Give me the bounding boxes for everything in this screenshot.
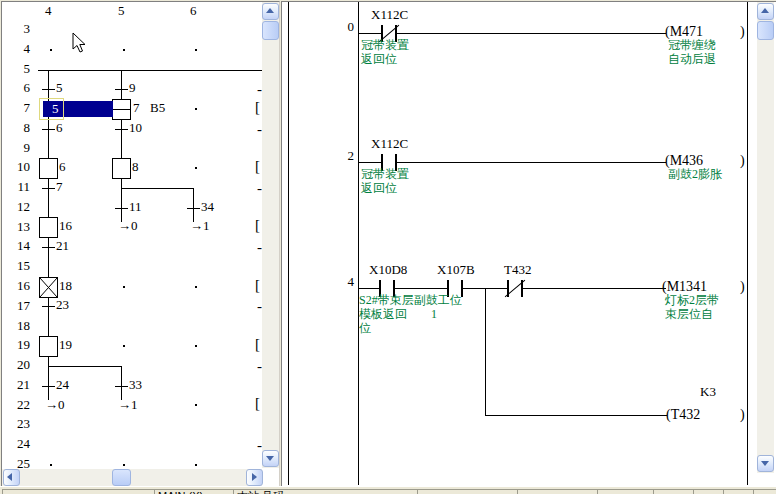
wire xyxy=(358,288,379,289)
sfc-transition-label: 23 xyxy=(56,298,69,312)
sfc-wire xyxy=(121,188,193,189)
coil-m1341[interactable]: (M1341 xyxy=(662,279,707,294)
sfc-transition[interactable] xyxy=(42,386,55,387)
sfc-transition[interactable] xyxy=(115,129,128,130)
wire xyxy=(397,33,666,34)
jump-target: 1 xyxy=(131,397,138,412)
grid-dot xyxy=(195,108,197,110)
sfc-row-number: 7 xyxy=(6,101,30,115)
sfc-transition[interactable] xyxy=(115,208,128,209)
sfc-transition-label: 24 xyxy=(56,378,69,392)
sfc-transition[interactable] xyxy=(42,306,55,307)
grid-dot xyxy=(50,49,52,51)
branch-wire xyxy=(485,415,667,416)
sfc-cell-cursor xyxy=(39,98,64,120)
device-comment: S2#带束层副鼓工位 xyxy=(359,294,462,307)
coil-m471[interactable]: (M471 xyxy=(665,24,703,39)
coil-label: M471 xyxy=(670,24,703,39)
device-comment: 位 xyxy=(359,322,371,335)
rung-number: 2 xyxy=(330,149,354,163)
scrollbar-thumb[interactable] xyxy=(757,21,774,40)
status-segment xyxy=(517,489,598,494)
sfc-transition-label: 9 xyxy=(129,81,136,95)
scroll-left-button[interactable] xyxy=(3,469,20,486)
contact-label: X107B xyxy=(437,263,475,277)
sfc-jump[interactable]: →0 xyxy=(45,398,65,411)
branch-wire xyxy=(485,288,486,415)
status-segment xyxy=(753,489,776,494)
scroll-down-button[interactable] xyxy=(262,450,279,467)
sfc-row-number: 13 xyxy=(6,220,30,234)
clipped-step: [ xyxy=(255,396,260,411)
sfc-step-box[interactable] xyxy=(39,217,58,238)
status-segment xyxy=(597,489,654,494)
jump-arrow-icon: → xyxy=(118,397,131,412)
grid-dot xyxy=(195,167,197,169)
device-comment: 自动后退 xyxy=(668,53,716,66)
sfc-transition-label: 6 xyxy=(56,121,63,135)
jump-arrow-icon: → xyxy=(190,218,203,233)
sfc-transition[interactable] xyxy=(42,247,55,248)
sfc-step-box-7[interactable] xyxy=(112,99,131,120)
timer-k-value: K3 xyxy=(700,385,716,399)
sfc-step-box-crossed[interactable] xyxy=(39,277,58,298)
scroll-right-button[interactable] xyxy=(246,469,263,486)
sfc-transition[interactable] xyxy=(115,89,128,90)
clipped-step: [ xyxy=(255,337,260,352)
device-comment: 束层位自 xyxy=(665,308,713,321)
sfc-step-label: 19 xyxy=(59,338,72,352)
scroll-down-button[interactable] xyxy=(757,455,774,472)
sfc-transition[interactable] xyxy=(42,89,55,90)
scrollbar-thumb[interactable] xyxy=(262,21,279,40)
scrollbar-thumb[interactable] xyxy=(112,469,131,486)
sfc-transition[interactable] xyxy=(187,208,200,209)
sfc-step-label: 6 xyxy=(59,160,66,174)
sfc-row-number: 4 xyxy=(6,42,30,56)
scroll-up-button[interactable] xyxy=(262,3,279,20)
sfc-transition-label: 11 xyxy=(129,200,142,214)
rung-number: 4 xyxy=(330,275,354,289)
sfc-row-number: 9 xyxy=(6,141,30,155)
sfc-transition-label: 34 xyxy=(201,200,214,214)
jump-target: 0 xyxy=(131,218,138,233)
contact-label: X112C xyxy=(371,8,408,22)
scroll-left-icon xyxy=(7,473,12,481)
sfc-row-number: 24 xyxy=(6,437,30,451)
clipped-step: [ xyxy=(255,100,260,115)
sfc-transition[interactable] xyxy=(42,188,55,189)
sfc-vertical-scrollbar[interactable] xyxy=(262,2,279,468)
sfc-jump[interactable]: →1 xyxy=(190,219,210,232)
contact-label: X112C xyxy=(371,137,408,151)
sfc-wire xyxy=(48,366,121,367)
device-comment: 灯标2层带 xyxy=(665,294,719,307)
coil-t432[interactable]: (T432 xyxy=(666,407,700,422)
sfc-horizontal-scrollbar[interactable] xyxy=(2,469,262,486)
scroll-up-icon xyxy=(761,8,769,13)
status-bar: MAIN (X) 本站 号码: xyxy=(0,486,776,494)
coil-paren-close: ) xyxy=(740,407,745,422)
sfc-jump[interactable]: →0 xyxy=(118,219,138,232)
sfc-step-box[interactable] xyxy=(39,158,58,179)
sfc-wire xyxy=(121,70,122,222)
sfc-transition[interactable] xyxy=(115,386,128,387)
sfc-row-number: 21 xyxy=(6,378,30,392)
sfc-transition-label: 33 xyxy=(129,378,142,392)
sfc-jump[interactable]: →1 xyxy=(118,398,138,411)
device-comment: 冠带装置 xyxy=(361,39,409,52)
sfc-panel[interactable] xyxy=(1,1,280,487)
sfc-row-number: 11 xyxy=(6,180,30,194)
sfc-transition[interactable] xyxy=(42,129,55,130)
jump-target: 0 xyxy=(58,397,65,412)
status-segment-plc: MAIN (X) xyxy=(154,489,235,494)
grid-dot xyxy=(50,464,52,466)
sfc-step-box[interactable] xyxy=(112,158,131,179)
sfc-row-number: 16 xyxy=(6,279,30,293)
status-segment xyxy=(2,489,155,494)
sfc-step-label: 18 xyxy=(59,279,72,293)
coil-m436[interactable]: (M436 xyxy=(665,153,703,168)
sfc-step-box[interactable] xyxy=(39,336,58,357)
sfc-wire xyxy=(193,188,194,222)
scroll-up-button[interactable] xyxy=(757,3,774,20)
ladder-vertical-scrollbar[interactable] xyxy=(757,2,774,473)
sfc-row-number: 18 xyxy=(6,319,30,333)
